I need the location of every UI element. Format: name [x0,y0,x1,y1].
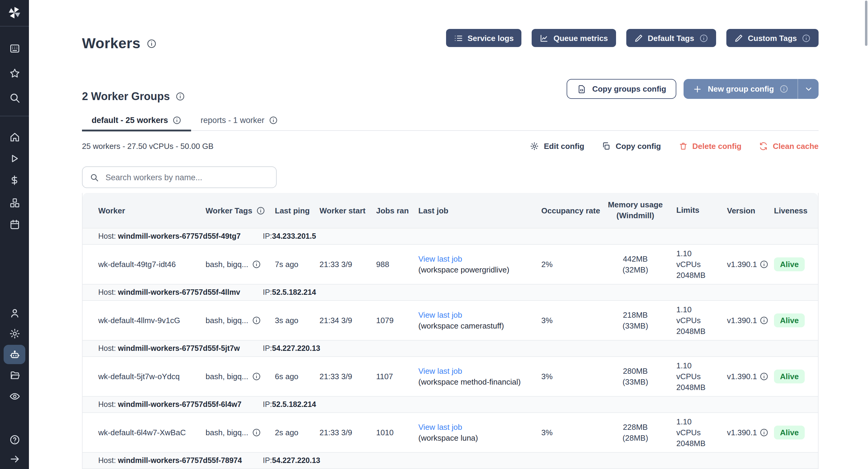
worker-name: wk-default-4llmv-9v1cG [83,316,206,325]
queue-metrics-button[interactable]: Queue metrics [532,29,616,47]
memory-usage: 442MB(32MB) [604,253,667,275]
host-ip: IP:34.233.201.5 [263,232,316,241]
sidebar-item-users[interactable] [7,306,22,320]
service-logs-button[interactable]: Service logs [446,29,521,47]
worker-tags-value: bash, bigq... [206,316,275,325]
arrow-right-icon [9,453,20,465]
liveness: Alive [764,426,818,439]
worker-row: wk-default-49tg7-idt46bash, bigq...7s ag… [83,244,818,284]
jobs-ran: 1107 [376,372,418,381]
occupancy-rate: 3% [539,428,604,437]
last-job-workspace: (workspace luna) [418,433,539,443]
tags-info-icon[interactable] [252,316,261,325]
sidebar-divider [0,26,29,27]
liveness: Alive [764,370,818,383]
search-input[interactable] [104,172,270,182]
worker-search[interactable] [82,166,277,188]
sidebar [0,0,29,469]
view-last-job-link[interactable]: View last job [418,366,539,376]
new-group-config-dropdown[interactable] [798,79,818,99]
last-job-workspace: (workspace camerastuff) [418,320,539,331]
host-ip: IP:54.227.220.13 [263,344,320,353]
sidebar-item-favorites[interactable] [7,66,22,80]
pencil-icon [734,33,743,42]
folder-open-icon [9,369,20,381]
sidebar-item-variables[interactable] [7,173,22,187]
sidebar-item-audit[interactable] [7,389,22,403]
view-last-job-link[interactable]: View last job [418,253,539,264]
info-icon[interactable] [173,116,181,125]
sidebar-item-home[interactable] [7,130,22,144]
edit-config-button[interactable]: Edit config [530,142,584,150]
col-jobs-ran: Jobs ran [376,206,418,215]
list-icon [454,33,463,42]
info-icon[interactable] [779,84,788,93]
help-circle-icon [9,434,20,445]
sidebar-item-settings[interactable] [7,326,22,341]
view-last-job-link[interactable]: View last job [418,422,539,433]
info-icon[interactable] [802,33,811,42]
col-version: Version [715,206,764,215]
host-ip: IP:52.5.182.214 [263,288,316,296]
copy-config-button[interactable]: Copy config [602,142,661,150]
host-row: Host: windmill-workers-67757d55f-5jt7wIP… [83,340,818,356]
worker-start: 21:33 3/9 [319,428,376,437]
worker-groups-info-icon[interactable] [175,92,185,101]
sidebar-item-workers[interactable] [7,347,22,362]
sidebar-collapse-toggle[interactable] [7,451,22,466]
star-icon [9,67,20,79]
refresh-icon [759,142,768,150]
copy-groups-config-button[interactable]: Copy groups config [567,79,677,99]
new-group-config-button[interactable]: New group config [684,79,818,99]
custom-tags-button[interactable]: Custom Tags [726,29,818,47]
vertical-scrollbar[interactable] [865,1,867,46]
default-tags-label: Default Tags [648,33,694,42]
info-icon[interactable] [699,33,708,42]
tags-info-icon[interactable] [252,428,261,437]
page-title: Workers [82,35,141,52]
queue-metrics-label: Queue metrics [553,33,608,42]
col-last-ping: Last ping [275,206,319,215]
worker-tags-info-icon[interactable] [256,206,265,215]
main-content: Workers Service logs [82,0,818,469]
clean-cache-button[interactable]: Clean cache [759,142,818,150]
version: v1.390.1 [715,260,764,269]
worker-name: wk-default-49tg7-idt46 [83,260,206,269]
gear-icon [530,142,539,150]
tags-info-icon[interactable] [252,260,261,269]
search-icon [90,173,99,182]
tags-info-icon[interactable] [252,372,261,381]
default-tags-button[interactable]: Default Tags [626,29,716,47]
windmill-logo-icon[interactable] [7,5,22,20]
home-icon [9,131,20,143]
sidebar-item-folders[interactable] [7,368,22,382]
sidebar-item-search[interactable] [7,90,22,105]
workers-info-icon[interactable] [147,38,157,49]
tab-reports[interactable]: reports - 1 worker [191,111,287,131]
sidebar-item-runs[interactable] [7,151,22,166]
clean-cache-label: Clean cache [773,142,818,150]
sidebar-item-schedules[interactable] [7,217,22,231]
sidebar-item-apps[interactable] [7,41,22,56]
tab-default[interactable]: default - 25 workers [82,111,191,131]
last-job-workspace: (workspace powergridlive) [418,264,539,275]
sidebar-item-help[interactable] [7,432,22,447]
sidebar-item-resources[interactable] [7,195,22,210]
edit-config-label: Edit config [544,142,584,150]
limits: 1.10 vCPUs2048MB [667,416,715,449]
header-buttons: Service logs Queue metrics Default Tags [446,29,818,47]
worker-start: 21:33 3/9 [319,372,376,381]
service-logs-label: Service logs [467,33,514,42]
last-ping: 2s ago [275,428,319,437]
apps-grid-icon [9,42,20,54]
delete-config-button[interactable]: Delete config [678,142,741,150]
dollar-icon [9,175,20,186]
host-name: Host: windmill-workers-67757d55f-5jt7w [83,344,240,353]
jobs-ran: 1010 [376,428,418,437]
eye-icon [9,390,20,402]
info-icon[interactable] [269,116,278,125]
occupancy-rate: 3% [539,316,604,325]
tab-default-label: default - 25 workers [92,116,168,125]
view-last-job-link[interactable]: View last job [418,310,539,320]
jobs-ran: 1079 [376,316,418,325]
